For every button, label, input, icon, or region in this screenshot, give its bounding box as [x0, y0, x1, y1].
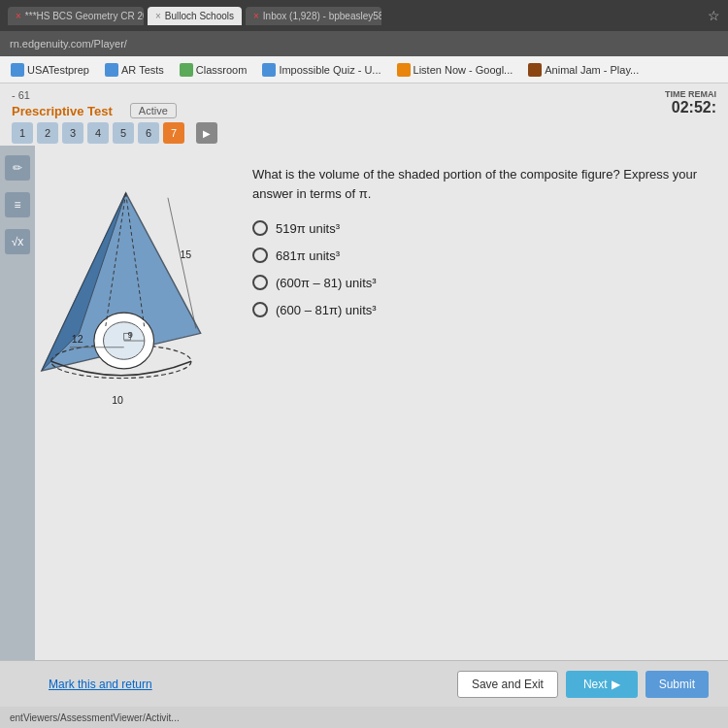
calculator-icon[interactable]: √x [5, 229, 30, 254]
tab-close-icon[interactable]: × [253, 11, 259, 21]
bookmarks-bar: USATestprep AR Tests Classroom Impossibl… [0, 56, 728, 83]
choice-text-c: (600π – 81) units³ [276, 276, 377, 290]
status-bar: entViewers/AssessmentViewer/Activit... [0, 707, 728, 728]
bookmark-listennow[interactable]: Listen Now - Googl... [392, 61, 518, 79]
question-num-1[interactable]: 1 [12, 122, 33, 144]
bookmark-artests[interactable]: AR Tests [100, 61, 169, 79]
bookmark-animaljam[interactable]: Animal Jam - Play... [523, 61, 644, 79]
tab-label: ***HS BCS Geometry CR 2020 – [25, 11, 144, 21]
mark-return-link[interactable]: Mark this and return [49, 678, 152, 691]
svg-text:12: 12 [72, 333, 83, 345]
play-button[interactable]: ▶ [196, 122, 217, 144]
section-label: Prescriptive Test [12, 104, 113, 118]
question-section: 15 12 9 10 What is th [0, 146, 728, 660]
answer-choice-c[interactable]: (600π – 81) units³ [252, 275, 709, 290]
question-num-2[interactable]: 2 [37, 122, 58, 144]
answer-choice-b[interactable]: 681π units³ [252, 248, 709, 263]
radio-b[interactable] [252, 248, 268, 263]
bookmark-icon [262, 63, 276, 77]
app-container: - 61 Prescriptive Test Active 1 2 3 4 5 … [0, 83, 728, 707]
bookmark-classroom[interactable]: Classroom [175, 61, 252, 79]
svg-text:15: 15 [180, 248, 191, 260]
tab-geometry[interactable]: × ***HS BCS Geometry CR 2020 – [8, 7, 144, 25]
menu-icon[interactable]: ≡ [5, 192, 30, 217]
status-url: entViewers/AssessmentViewer/Activit... [10, 712, 180, 723]
bookmark-label: Impossible Quiz - U... [279, 64, 381, 76]
page-area: - 61 Prescriptive Test Active 1 2 3 4 5 … [0, 83, 728, 707]
bookmark-label: AR Tests [121, 64, 164, 76]
radio-c[interactable] [252, 275, 268, 290]
time-value: 02:52: [665, 99, 716, 116]
pencil-icon[interactable]: ✏ [5, 155, 30, 181]
next-button[interactable]: Next ▶ [566, 671, 638, 698]
answer-choice-a[interactable]: 519π units³ [252, 220, 709, 236]
svg-text:10: 10 [112, 394, 123, 406]
tab-close-icon[interactable]: × [16, 11, 21, 21]
bookmark-icon [397, 63, 411, 77]
bookmark-icon [105, 63, 118, 77]
url-text: rn.edgenuity.com/Player/ [10, 38, 127, 50]
bookmark-usatestprep[interactable]: USATestprep [6, 61, 94, 79]
main-content: ✏ ≡ √x [0, 146, 728, 660]
question-num-3[interactable]: 3 [62, 122, 83, 144]
next-label: Next [583, 678, 608, 691]
bookmark-icon [180, 63, 193, 77]
figure-area: 15 12 9 10 [19, 165, 233, 641]
address-bar: rn.edgenuity.com/Player/ [0, 31, 728, 56]
next-arrow-icon: ▶ [612, 678, 620, 691]
time-label: TIME REMAI [665, 89, 716, 99]
tab-inbox[interactable]: × Inbox (1,928) - bpbeasley585@... [246, 7, 381, 25]
app-header: - 61 Prescriptive Test Active 1 2 3 4 5 … [0, 83, 728, 146]
button-group: Save and Exit Next ▶ Submit [457, 671, 709, 698]
prescriptive-row: Prescriptive Test Active [12, 103, 217, 118]
bookmark-icon [528, 63, 542, 77]
question-num-6[interactable]: 6 [138, 122, 159, 144]
submit-button[interactable]: Submit [645, 671, 709, 698]
browser-tabs: × ***HS BCS Geometry CR 2020 – × Bulloch… [0, 0, 728, 31]
geometry-figure: 15 12 9 10 [19, 165, 214, 417]
bookmark-label: Animal Jam - Play... [545, 64, 639, 76]
bookmark-impossible[interactable]: Impossible Quiz - U... [257, 61, 385, 79]
radio-a[interactable] [252, 220, 268, 236]
bottom-bar: Mark this and return Save and Exit Next … [0, 660, 728, 707]
question-numbers: 1 2 3 4 5 6 7 ▶ [12, 122, 217, 144]
radio-d[interactable] [252, 302, 268, 317]
tab-close-icon[interactable]: × [155, 11, 161, 21]
choice-text-a: 519π units³ [276, 221, 340, 236]
question-num-4[interactable]: 4 [87, 122, 109, 144]
bookmark-icon [11, 63, 24, 77]
tab-bulloch[interactable]: × Bulloch Schools [148, 7, 242, 25]
choice-text-b: 681π units³ [276, 248, 340, 263]
left-sidebar: ✏ ≡ √x [0, 146, 35, 660]
question-num-5[interactable]: 5 [113, 122, 134, 144]
bookmark-label: USATestprep [27, 64, 89, 76]
save-exit-button[interactable]: Save and Exit [457, 671, 558, 698]
question-text: What is the volume of the shaded portion… [252, 165, 709, 203]
left-header: - 61 Prescriptive Test Active 1 2 3 4 5 … [12, 89, 217, 144]
question-num-7[interactable]: 7 [163, 122, 184, 144]
answer-area: What is the volume of the shaded portion… [252, 165, 709, 641]
status-badge: Active [130, 103, 177, 118]
bookmark-label: Classroom [196, 64, 248, 76]
tab-label: Inbox (1,928) - bpbeasley585@... [263, 11, 381, 21]
answer-choice-d[interactable]: (600 – 81π) units³ [252, 302, 709, 317]
tab-label: Bulloch Schools [165, 11, 234, 21]
bookmark-label: Listen Now - Googl... [414, 64, 513, 76]
time-display: TIME REMAI 02:52: [665, 89, 716, 116]
choice-text-d: (600 – 81π) units³ [276, 303, 377, 317]
star-icon: ☆ [708, 8, 720, 23]
page-number: - 61 [12, 89, 217, 101]
